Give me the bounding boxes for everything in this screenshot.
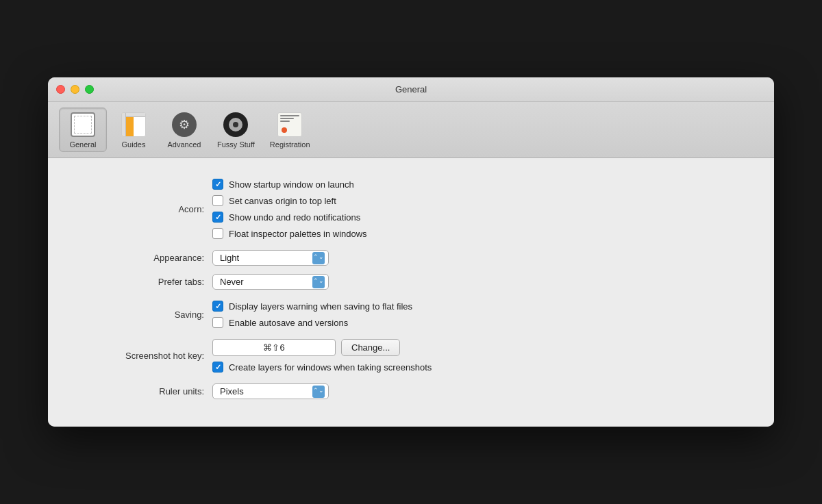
checkbox-startup[interactable]	[212, 179, 223, 190]
checkbox-undo-row: Show undo and redo notifications	[212, 212, 367, 223]
appearance-section: Appearance: Light Dark System	[75, 250, 747, 266]
general-icon	[69, 111, 97, 138]
checkbox-origin-label: Set canvas origin to top left	[229, 196, 336, 206]
hotkey-section: Screenshot hot key: Change... Create lay…	[75, 339, 747, 373]
tab-registration[interactable]: Registration	[264, 108, 316, 152]
checkbox-float[interactable]	[212, 228, 223, 239]
tab-advanced[interactable]: ⚙ Advanced	[160, 108, 208, 152]
maximize-button[interactable]	[85, 85, 94, 94]
window-title: General	[395, 84, 427, 94]
tab-fussy-label: Fussy Stuff	[217, 140, 255, 149]
prefer-tabs-select-wrapper: Never In Full Screen Always	[212, 274, 329, 290]
close-button[interactable]	[56, 85, 65, 94]
prefer-tabs-label: Prefer tabs:	[75, 277, 212, 287]
guides-icon	[120, 111, 147, 138]
main-window: General General Guides ⚙	[48, 77, 774, 427]
prefer-tabs-select[interactable]: Never In Full Screen Always	[212, 274, 329, 290]
appearance-label: Appearance:	[75, 253, 212, 263]
checkbox-create-layers[interactable]	[212, 362, 223, 373]
saving-label: Saving:	[75, 310, 212, 320]
traffic-lights	[56, 85, 94, 94]
checkbox-startup-label: Show startup window on launch	[229, 179, 354, 190]
advanced-icon: ⚙	[171, 111, 198, 138]
appearance-select[interactable]: Light Dark System	[212, 250, 329, 266]
tab-fussy[interactable]: Fussy Stuff	[211, 108, 261, 152]
tab-advanced-label: Advanced	[168, 140, 201, 149]
acorn-label: Acorn:	[75, 204, 212, 214]
content-area: Acorn: Show startup window on launch Set…	[48, 158, 774, 427]
checkbox-startup-row: Show startup window on launch	[212, 179, 367, 190]
checkbox-origin-row: Set canvas origin to top left	[212, 195, 367, 206]
appearance-select-wrapper: Light Dark System	[212, 250, 329, 266]
checkbox-autosave-label: Enable autosave and versions	[229, 318, 348, 328]
tab-general-label: General	[69, 140, 96, 149]
checkbox-screenshot-row: Create layers for windows when taking sc…	[212, 362, 432, 373]
checkbox-layers-row: Display layers warning when saving to fl…	[212, 301, 412, 312]
hotkey-controls: Change... Create layers for windows when…	[212, 339, 432, 373]
hotkey-input[interactable]	[212, 339, 336, 356]
tab-registration-label: Registration	[270, 140, 310, 149]
toolbar: General Guides ⚙ Advanced	[48, 102, 774, 158]
ruler-units-select-wrapper: Pixels Inches Centimeters Points Picas	[212, 383, 329, 399]
checkbox-float-row: Float inspector palettes in windows	[212, 228, 367, 239]
acorn-section: Acorn: Show startup window on launch Set…	[75, 179, 747, 239]
hotkey-row: Change...	[212, 339, 432, 356]
checkbox-autosave[interactable]	[212, 317, 223, 328]
ruler-units-section: Ruler units: Pixels Inches Centimeters P…	[75, 383, 747, 399]
minimize-button[interactable]	[71, 85, 79, 94]
ruler-units-select[interactable]: Pixels Inches Centimeters Points Picas	[212, 383, 329, 399]
registration-icon	[276, 111, 303, 138]
change-button[interactable]: Change...	[341, 339, 400, 356]
title-bar: General	[48, 77, 774, 102]
tab-guides[interactable]: Guides	[110, 108, 158, 152]
checkbox-create-layers-label: Create layers for windows when taking sc…	[229, 362, 432, 373]
saving-section: Saving: Display layers warning when savi…	[75, 301, 747, 328]
prefer-tabs-section: Prefer tabs: Never In Full Screen Always	[75, 274, 747, 290]
fussy-icon	[222, 111, 249, 138]
tab-general[interactable]: General	[59, 108, 107, 152]
checkbox-layers-warning[interactable]	[212, 301, 223, 312]
acorn-controls: Show startup window on launch Set canvas…	[212, 179, 367, 239]
saving-controls: Display layers warning when saving to fl…	[212, 301, 412, 328]
checkbox-origin[interactable]	[212, 195, 223, 206]
checkbox-layers-label: Display layers warning when saving to fl…	[229, 301, 412, 312]
tab-guides-label: Guides	[122, 140, 146, 149]
checkbox-float-label: Float inspector palettes in windows	[229, 229, 367, 239]
checkbox-undo[interactable]	[212, 212, 223, 223]
checkbox-undo-label: Show undo and redo notifications	[229, 212, 360, 223]
hotkey-label: Screenshot hot key:	[75, 351, 212, 361]
checkbox-autosave-row: Enable autosave and versions	[212, 317, 412, 328]
ruler-units-label: Ruler units:	[75, 386, 212, 396]
